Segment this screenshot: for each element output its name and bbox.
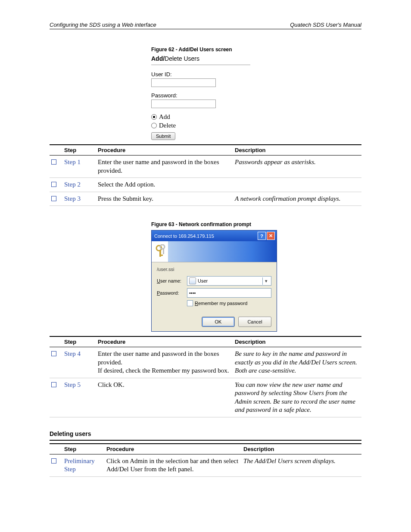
deleting-users-table: Step Procedure Description Preliminary S…: [50, 443, 361, 477]
password-label: Password:: [151, 92, 250, 99]
radio-icon: [151, 123, 157, 128]
password-field[interactable]: ••••: [187, 288, 271, 298]
svg-rect-2: [159, 255, 163, 256]
svg-rect-4: [163, 248, 164, 254]
dialog-title: Connect to 169.254.179.115: [154, 233, 214, 239]
dialog-titlebar: Connect to 169.254.179.115 ? ✕: [152, 230, 277, 241]
th-step: Step: [62, 444, 105, 454]
checkbox-icon: [51, 458, 56, 464]
radio-icon: [151, 114, 157, 120]
steps-table-2: Step Procedure Description Step 4 Enter …: [50, 336, 361, 417]
page-header: Configuring the SDS using a Web interfac…: [50, 22, 361, 29]
password-input[interactable]: [151, 100, 216, 108]
add-delete-users-form: Add/Delete Users User ID: Password: Add …: [151, 55, 250, 140]
password-label-dialog: Password:: [157, 290, 187, 296]
checkbox-icon: [51, 182, 56, 187]
radio-delete[interactable]: Delete: [151, 122, 250, 129]
th-description: Description: [242, 444, 361, 454]
th-description: Description: [233, 145, 361, 156]
table-row: Step 4 Enter the user name and password …: [50, 347, 361, 378]
header-right: Quatech SDS User's Manual: [290, 22, 361, 28]
table-row: Step 5 Click OK. You can now view the ne…: [50, 378, 361, 417]
table-row: Step 2 Select the Add option.: [50, 178, 361, 192]
table-row: Step 3 Press the Submit key. A network c…: [50, 192, 361, 206]
figure-62-caption: Figure 62 - Add/Del Users screen: [151, 47, 361, 53]
th-procedure: Procedure: [96, 336, 233, 347]
keys-icon: [154, 244, 167, 259]
table-row: Preliminary Step Click on Admin in the s…: [50, 454, 361, 476]
remember-password-row[interactable]: Remember my password: [187, 300, 271, 306]
server-name: /user.ssi: [157, 267, 271, 272]
checkbox-icon: [51, 382, 56, 387]
th-procedure: Procedure: [105, 444, 242, 454]
user-id-input[interactable]: [151, 78, 216, 87]
dialog-banner: [152, 241, 277, 262]
submit-button[interactable]: Submit: [151, 132, 175, 140]
form-title: Add/Delete Users: [151, 55, 250, 65]
th-procedure: Procedure: [96, 145, 233, 156]
username-label: User name:: [157, 278, 187, 283]
close-icon[interactable]: ✕: [267, 232, 275, 240]
checkbox-icon: [51, 159, 56, 165]
table-row: Step 1 Enter the user name and password …: [50, 156, 361, 178]
help-icon[interactable]: ?: [258, 232, 266, 240]
user-id-label: User ID:: [151, 71, 250, 78]
chevron-down-icon: ▾: [262, 277, 269, 285]
steps-table-1: Step Procedure Description Step 1 Enter …: [50, 144, 361, 206]
header-left: Configuring the SDS using a Web interfac…: [50, 22, 156, 28]
th-step: Step: [62, 336, 96, 347]
ok-button[interactable]: OK: [202, 317, 235, 327]
username-combo[interactable]: User ▾: [187, 276, 271, 286]
figure-63-caption: Figure 63 - Network confirmation prompt: [151, 221, 361, 227]
auth-dialog: Connect to 169.254.179.115 ? ✕ /user.ssi…: [151, 230, 277, 332]
checkbox-icon: [187, 300, 193, 306]
radio-add[interactable]: Add: [151, 113, 250, 121]
checkbox-icon: [51, 196, 56, 201]
th-description: Description: [233, 336, 361, 347]
th-step: Step: [62, 145, 96, 156]
checkbox-icon: [51, 351, 56, 356]
avatar-icon: [189, 277, 196, 284]
cancel-button[interactable]: Cancel: [238, 317, 271, 327]
deleting-users-heading: Deleting users: [50, 430, 361, 441]
